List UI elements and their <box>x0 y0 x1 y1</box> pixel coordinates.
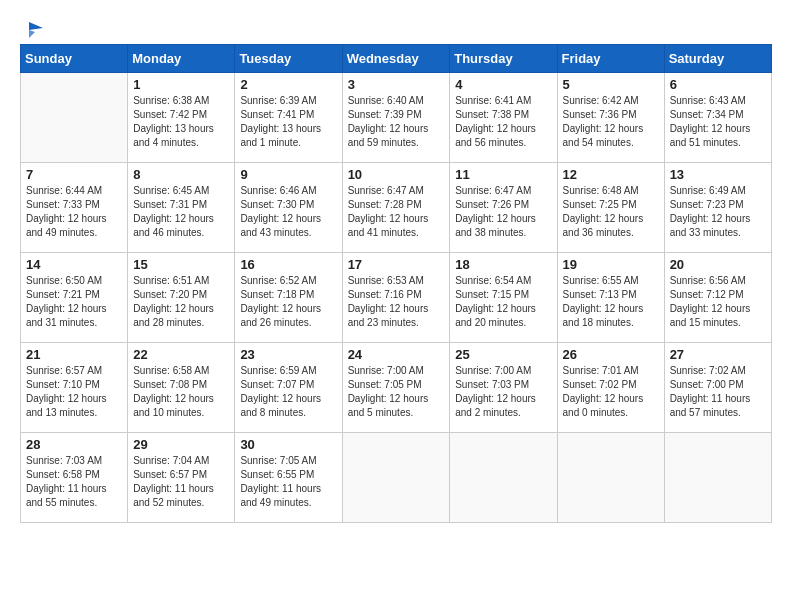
day-info: Sunrise: 6:38 AM Sunset: 7:42 PM Dayligh… <box>133 94 229 150</box>
day-info: Sunrise: 6:46 AM Sunset: 7:30 PM Dayligh… <box>240 184 336 240</box>
calendar-cell: 14Sunrise: 6:50 AM Sunset: 7:21 PM Dayli… <box>21 253 128 343</box>
day-number: 20 <box>670 257 766 272</box>
day-info: Sunrise: 6:52 AM Sunset: 7:18 PM Dayligh… <box>240 274 336 330</box>
calendar-cell: 18Sunrise: 6:54 AM Sunset: 7:15 PM Dayli… <box>450 253 557 343</box>
svg-marker-0 <box>29 22 43 30</box>
day-info: Sunrise: 6:56 AM Sunset: 7:12 PM Dayligh… <box>670 274 766 330</box>
day-info: Sunrise: 6:47 AM Sunset: 7:28 PM Dayligh… <box>348 184 445 240</box>
day-number: 13 <box>670 167 766 182</box>
day-info: Sunrise: 6:44 AM Sunset: 7:33 PM Dayligh… <box>26 184 122 240</box>
calendar-cell: 12Sunrise: 6:48 AM Sunset: 7:25 PM Dayli… <box>557 163 664 253</box>
calendar-cell: 8Sunrise: 6:45 AM Sunset: 7:31 PM Daylig… <box>128 163 235 253</box>
calendar-cell: 16Sunrise: 6:52 AM Sunset: 7:18 PM Dayli… <box>235 253 342 343</box>
calendar-cell: 27Sunrise: 7:02 AM Sunset: 7:00 PM Dayli… <box>664 343 771 433</box>
day-info: Sunrise: 6:55 AM Sunset: 7:13 PM Dayligh… <box>563 274 659 330</box>
calendar-cell: 24Sunrise: 7:00 AM Sunset: 7:05 PM Dayli… <box>342 343 450 433</box>
calendar-cell: 22Sunrise: 6:58 AM Sunset: 7:08 PM Dayli… <box>128 343 235 433</box>
col-header-friday: Friday <box>557 45 664 73</box>
day-info: Sunrise: 6:47 AM Sunset: 7:26 PM Dayligh… <box>455 184 551 240</box>
day-number: 25 <box>455 347 551 362</box>
day-number: 3 <box>348 77 445 92</box>
week-row-4: 21Sunrise: 6:57 AM Sunset: 7:10 PM Dayli… <box>21 343 772 433</box>
week-row-5: 28Sunrise: 7:03 AM Sunset: 6:58 PM Dayli… <box>21 433 772 523</box>
day-number: 6 <box>670 77 766 92</box>
calendar-cell: 9Sunrise: 6:46 AM Sunset: 7:30 PM Daylig… <box>235 163 342 253</box>
day-number: 23 <box>240 347 336 362</box>
day-info: Sunrise: 7:04 AM Sunset: 6:57 PM Dayligh… <box>133 454 229 510</box>
day-number: 4 <box>455 77 551 92</box>
calendar-cell <box>21 73 128 163</box>
day-number: 12 <box>563 167 659 182</box>
day-info: Sunrise: 7:00 AM Sunset: 7:05 PM Dayligh… <box>348 364 445 420</box>
day-number: 10 <box>348 167 445 182</box>
calendar-cell: 3Sunrise: 6:40 AM Sunset: 7:39 PM Daylig… <box>342 73 450 163</box>
day-number: 22 <box>133 347 229 362</box>
day-info: Sunrise: 7:02 AM Sunset: 7:00 PM Dayligh… <box>670 364 766 420</box>
day-info: Sunrise: 6:42 AM Sunset: 7:36 PM Dayligh… <box>563 94 659 150</box>
day-number: 2 <box>240 77 336 92</box>
calendar-cell: 23Sunrise: 6:59 AM Sunset: 7:07 PM Dayli… <box>235 343 342 433</box>
calendar-cell: 10Sunrise: 6:47 AM Sunset: 7:28 PM Dayli… <box>342 163 450 253</box>
day-number: 5 <box>563 77 659 92</box>
day-number: 27 <box>670 347 766 362</box>
calendar-cell: 25Sunrise: 7:00 AM Sunset: 7:03 PM Dayli… <box>450 343 557 433</box>
calendar-cell: 4Sunrise: 6:41 AM Sunset: 7:38 PM Daylig… <box>450 73 557 163</box>
day-info: Sunrise: 6:39 AM Sunset: 7:41 PM Dayligh… <box>240 94 336 150</box>
logo <box>20 20 44 34</box>
calendar-cell: 6Sunrise: 6:43 AM Sunset: 7:34 PM Daylig… <box>664 73 771 163</box>
day-info: Sunrise: 6:51 AM Sunset: 7:20 PM Dayligh… <box>133 274 229 330</box>
calendar-cell: 29Sunrise: 7:04 AM Sunset: 6:57 PM Dayli… <box>128 433 235 523</box>
calendar-cell <box>557 433 664 523</box>
calendar-cell <box>342 433 450 523</box>
day-info: Sunrise: 6:49 AM Sunset: 7:23 PM Dayligh… <box>670 184 766 240</box>
day-number: 19 <box>563 257 659 272</box>
day-info: Sunrise: 6:53 AM Sunset: 7:16 PM Dayligh… <box>348 274 445 330</box>
day-number: 30 <box>240 437 336 452</box>
day-info: Sunrise: 7:00 AM Sunset: 7:03 PM Dayligh… <box>455 364 551 420</box>
col-header-saturday: Saturday <box>664 45 771 73</box>
day-info: Sunrise: 7:03 AM Sunset: 6:58 PM Dayligh… <box>26 454 122 510</box>
day-number: 15 <box>133 257 229 272</box>
day-number: 26 <box>563 347 659 362</box>
calendar-cell: 13Sunrise: 6:49 AM Sunset: 7:23 PM Dayli… <box>664 163 771 253</box>
calendar-cell: 11Sunrise: 6:47 AM Sunset: 7:26 PM Dayli… <box>450 163 557 253</box>
day-number: 17 <box>348 257 445 272</box>
day-info: Sunrise: 7:01 AM Sunset: 7:02 PM Dayligh… <box>563 364 659 420</box>
day-info: Sunrise: 6:41 AM Sunset: 7:38 PM Dayligh… <box>455 94 551 150</box>
logo-bird-icon <box>21 20 43 38</box>
col-header-thursday: Thursday <box>450 45 557 73</box>
week-row-3: 14Sunrise: 6:50 AM Sunset: 7:21 PM Dayli… <box>21 253 772 343</box>
day-info: Sunrise: 6:48 AM Sunset: 7:25 PM Dayligh… <box>563 184 659 240</box>
calendar-cell: 28Sunrise: 7:03 AM Sunset: 6:58 PM Dayli… <box>21 433 128 523</box>
calendar-cell: 20Sunrise: 6:56 AM Sunset: 7:12 PM Dayli… <box>664 253 771 343</box>
calendar-cell: 7Sunrise: 6:44 AM Sunset: 7:33 PM Daylig… <box>21 163 128 253</box>
day-number: 8 <box>133 167 229 182</box>
col-header-monday: Monday <box>128 45 235 73</box>
day-number: 1 <box>133 77 229 92</box>
col-header-wednesday: Wednesday <box>342 45 450 73</box>
day-number: 11 <box>455 167 551 182</box>
week-row-1: 1Sunrise: 6:38 AM Sunset: 7:42 PM Daylig… <box>21 73 772 163</box>
calendar-header-row: SundayMondayTuesdayWednesdayThursdayFrid… <box>21 45 772 73</box>
calendar-cell: 17Sunrise: 6:53 AM Sunset: 7:16 PM Dayli… <box>342 253 450 343</box>
day-info: Sunrise: 7:05 AM Sunset: 6:55 PM Dayligh… <box>240 454 336 510</box>
calendar-cell: 19Sunrise: 6:55 AM Sunset: 7:13 PM Dayli… <box>557 253 664 343</box>
calendar-cell <box>450 433 557 523</box>
calendar-cell: 5Sunrise: 6:42 AM Sunset: 7:36 PM Daylig… <box>557 73 664 163</box>
day-number: 16 <box>240 257 336 272</box>
day-info: Sunrise: 6:43 AM Sunset: 7:34 PM Dayligh… <box>670 94 766 150</box>
day-info: Sunrise: 6:45 AM Sunset: 7:31 PM Dayligh… <box>133 184 229 240</box>
day-number: 24 <box>348 347 445 362</box>
calendar-cell: 21Sunrise: 6:57 AM Sunset: 7:10 PM Dayli… <box>21 343 128 433</box>
calendar-cell <box>664 433 771 523</box>
col-header-tuesday: Tuesday <box>235 45 342 73</box>
day-info: Sunrise: 6:40 AM Sunset: 7:39 PM Dayligh… <box>348 94 445 150</box>
page-header <box>20 20 772 34</box>
day-info: Sunrise: 6:59 AM Sunset: 7:07 PM Dayligh… <box>240 364 336 420</box>
day-info: Sunrise: 6:54 AM Sunset: 7:15 PM Dayligh… <box>455 274 551 330</box>
calendar-cell: 30Sunrise: 7:05 AM Sunset: 6:55 PM Dayli… <box>235 433 342 523</box>
week-row-2: 7Sunrise: 6:44 AM Sunset: 7:33 PM Daylig… <box>21 163 772 253</box>
day-number: 9 <box>240 167 336 182</box>
svg-marker-1 <box>29 30 35 38</box>
day-number: 28 <box>26 437 122 452</box>
